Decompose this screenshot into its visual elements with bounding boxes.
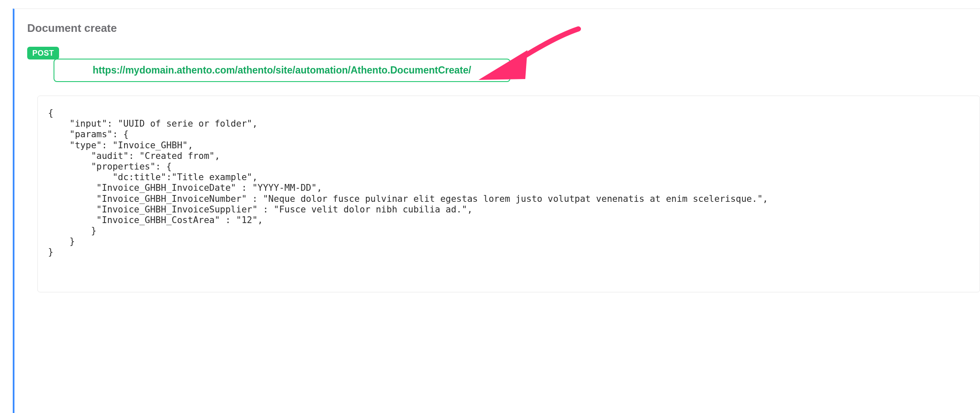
endpoint-row: https://mydomain.athento.com/athento/sit… <box>54 59 980 82</box>
endpoint-url: https://mydomain.athento.com/athento/sit… <box>54 59 510 82</box>
http-method-badge: POST <box>27 47 59 59</box>
section-title: Document create <box>27 22 980 35</box>
api-section: Document create POST https://mydomain.at… <box>13 8 980 413</box>
request-body-code: { "input": "UUID of serie or folder", "p… <box>37 96 980 292</box>
